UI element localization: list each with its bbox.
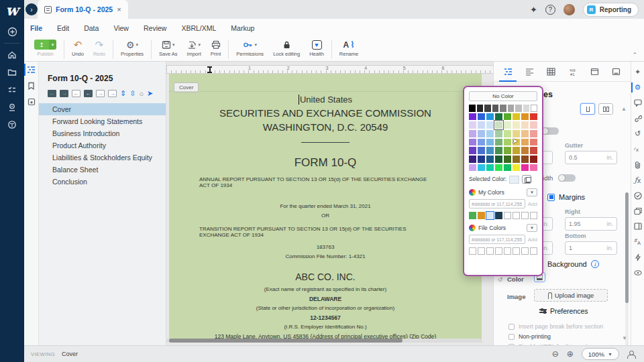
layers-icon[interactable] [631,203,644,219]
doc-line-company[interactable]: ABC CO. INC. [169,272,482,282]
status-circle-icon[interactable]: ○ [139,90,144,98]
color-swatch[interactable] [513,130,520,137]
file-colors-input[interactable]: #dddddd or 117,114,255 [469,235,525,244]
panel-scroll-down-icon[interactable]: ▼ [622,335,627,341]
print-button[interactable]: Print [206,39,225,57]
color-swatch[interactable] [486,156,494,163]
color-swatch[interactable] [515,105,522,112]
color-swatch[interactable] [521,113,529,121]
empty-color-slot[interactable] [521,247,529,255]
color-swatch[interactable] [469,130,476,137]
color-swatch[interactable] [478,121,485,129]
menu-edit[interactable]: Edit [57,24,69,32]
tab-footer-layout[interactable] [606,62,627,82]
no-color-button[interactable]: No Color [469,91,537,101]
color-swatch[interactable] [521,164,529,172]
color-swatch[interactable] [478,164,485,172]
color-swatch[interactable] [504,130,511,137]
preference-checkbox[interactable] [508,324,515,330]
horizontal-scrollbar-thumb[interactable] [169,339,402,343]
empty-color-slot[interactable] [478,247,485,255]
formula-icon[interactable]: ƒx [631,172,644,188]
files-nav-icon[interactable] [0,64,24,81]
my-colors-dropdown[interactable]: ▼ [527,188,537,196]
my-colors-add-button[interactable]: Add [528,201,537,207]
color-swatch[interactable] [469,121,476,129]
color-swatch[interactable] [478,130,485,137]
empty-color-slot[interactable] [469,247,476,255]
saved-color-swatch[interactable] [469,212,476,219]
color-swatch[interactable] [530,156,537,163]
doc-line-quarter[interactable]: For the quarter ended March 31, 2021 [169,203,482,209]
empty-color-slot[interactable] [513,212,520,219]
color-swatch[interactable] [513,164,520,172]
color-swatch[interactable] [504,156,511,163]
redo-button[interactable]: ↷ Redo [89,39,110,57]
tab-table-properties[interactable] [541,62,561,82]
toolbar-collapse-chevron[interactable]: ⌃ [632,52,637,58]
presence-icon[interactable] [627,351,635,358]
outline-item[interactable]: Forward Looking Statements [39,115,166,127]
document-page[interactable]: Cover United States SECURITIES AND EXCHA… [169,74,482,343]
color-swatch[interactable] [495,121,502,129]
color-swatch[interactable] [469,139,476,146]
color-swatch[interactable] [469,156,476,163]
color-swatch[interactable] [486,147,494,154]
color-swatch[interactable] [469,164,476,172]
two-column-button[interactable] [598,103,613,115]
color-swatch[interactable] [495,147,502,154]
margins-checkbox[interactable] [547,194,555,201]
publish-button[interactable]: ↥▾ Publish [30,39,61,57]
insert-section-below-icon[interactable]: → [60,90,68,97]
color-swatch[interactable] [523,105,530,112]
color-swatch[interactable] [469,147,476,154]
filter-icon[interactable]: ➤ [147,89,153,98]
reporting-button[interactable]: R Reporting [583,3,639,17]
preference-row[interactable]: Non-printing [508,333,551,340]
lock-editing-button[interactable]: Lock editing [268,39,305,57]
outline-item[interactable]: Liabilities & Stockholders Equity [39,152,166,164]
insert-section-above-icon[interactable]: ← [48,90,56,97]
avatar[interactable] [564,4,575,15]
tab-paragraph-properties[interactable] [519,62,539,82]
translate-icon[interactable]: ⇵A [631,234,644,249]
zoom-out-icon[interactable]: ⊖ [552,349,559,359]
assistant-sparkles-icon[interactable]: ✦ [530,5,537,15]
color-swatch[interactable] [530,130,537,137]
color-swatch[interactable] [530,113,537,121]
help-icon[interactable]: ? [545,5,555,15]
indent-section-icon[interactable]: ← [84,90,93,97]
panel-frame-icon[interactable] [631,219,644,234]
tracker-nav-icon[interactable] [0,99,24,116]
outdent-section-icon[interactable]: ← [72,90,80,97]
empty-color-slot[interactable] [504,247,511,255]
color-swatch[interactable] [513,121,520,129]
labels-panel-icon[interactable] [24,94,38,110]
doc-line-sec[interactable]: SECURITIES AND EXCHANGE COMMISSION [169,107,482,119]
expand-all-icon[interactable]: ⇕ [120,89,126,98]
color-swatch[interactable] [504,113,511,121]
history-icon[interactable]: ↺ [631,126,644,141]
color-swatch[interactable] [513,147,520,154]
permissions-button[interactable]: ▾ Permissions [231,39,268,57]
file-colors-add-button[interactable]: Add [528,237,537,243]
empty-color-slot[interactable] [521,212,529,219]
color-swatch[interactable] [513,156,520,163]
saved-color-swatch[interactable] [478,212,485,219]
sparkles-icon[interactable]: ✦ [631,64,644,80]
menu-data[interactable]: Data [84,24,99,32]
menu-xbrl-xml[interactable]: XBRL/XML [181,24,216,32]
color-swatch[interactable] [530,147,537,154]
doc-line-irs[interactable]: (I.R.S. Employer Identification No.) [169,324,482,330]
rename-button[interactable]: A⌇ Rename [335,39,363,57]
info-icon[interactable]: i [591,260,599,268]
color-swatch[interactable] [513,113,520,121]
properties-button[interactable]: ⚙▾ Properties [116,39,148,57]
color-swatch[interactable] [484,105,491,112]
file-colors-dropdown[interactable]: ▼ [527,224,537,232]
color-swatch[interactable] [469,113,476,121]
demote-section-icon[interactable]: → [108,90,117,97]
color-swatch[interactable] [530,164,537,172]
outline-item[interactable]: Balance Sheet [39,164,166,176]
indent-marker[interactable] [207,66,212,73]
